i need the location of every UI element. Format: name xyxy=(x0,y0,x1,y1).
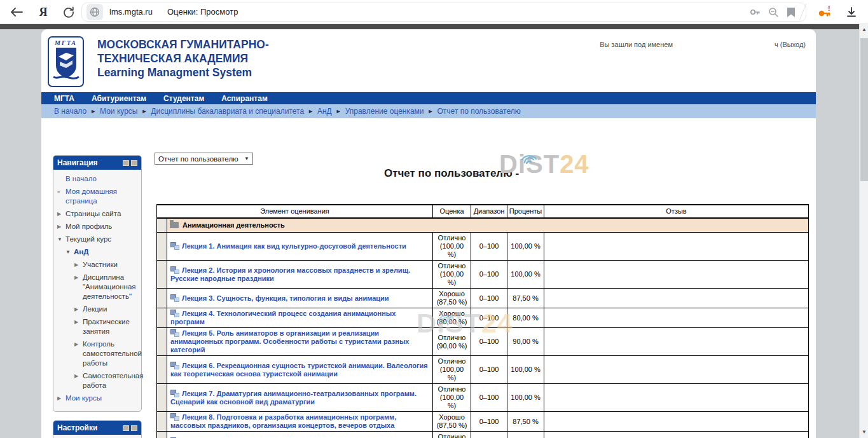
item-name-cell: Лекция 9. Игра как эффективная форма ани… xyxy=(167,432,433,438)
grade-row: Лекция 8. Подготовка и разработка анимац… xyxy=(157,412,809,432)
yandex-browser-icon[interactable]: Я xyxy=(36,4,51,20)
scroll-up-icon[interactable]: ▲ xyxy=(860,25,868,34)
breadcrumb: В начало►Мои курсы►Дисциплины бакалавриа… xyxy=(41,104,816,118)
feedback-cell xyxy=(544,432,809,438)
sidebar-item-label: Мой профиль xyxy=(65,222,139,231)
grade-cell: Отлично(100,00 %) xyxy=(433,356,471,384)
item-name-cell: Лекция 1. Анимация как вид культурно-дос… xyxy=(167,233,433,261)
bookmark-icon[interactable] xyxy=(784,5,798,19)
percent-cell: 87,50 % xyxy=(507,289,544,308)
indent-cell xyxy=(157,432,167,438)
category-label: Анимационная деятельность xyxy=(183,221,285,229)
main-nav-item[interactable]: Аспирантам xyxy=(221,94,268,103)
lesson-icon xyxy=(170,266,179,274)
sidebar-item-discipline[interactable]: ▶Дисциплина "Анимационная деятельность" xyxy=(57,273,139,301)
sidebar-item-participants[interactable]: ▶Участники xyxy=(57,260,139,270)
password-key-icon[interactable] xyxy=(748,5,762,19)
percent-cell: 100,00 % xyxy=(507,233,544,261)
sidebar-item-site-pages[interactable]: ▶Страницы сайта xyxy=(57,209,139,219)
grade-percent-text: (87,50 %) xyxy=(436,298,468,306)
report-type-select[interactable]: Отчет по пользователю ▼ xyxy=(155,153,253,165)
login-info: Вы зашли под именемч (Выход) xyxy=(600,41,806,48)
back-button[interactable] xyxy=(9,4,24,20)
expand-icon: ▶ xyxy=(74,339,83,349)
grade-item-link[interactable]: Лекция 8. Подготовка и разработка анимац… xyxy=(170,413,396,429)
svg-text:!: ! xyxy=(828,6,830,12)
grade-row: Лекция 1. Анимация как вид культурно-дос… xyxy=(157,233,809,261)
breadcrumb-link[interactable]: АнД xyxy=(317,107,332,116)
sidebar-item-my-profile[interactable]: ▶Мой профиль xyxy=(57,222,139,231)
breadcrumb-link[interactable]: Дисциплины бакалавриата и специалитета xyxy=(151,107,304,116)
collapse-icon: ▼ xyxy=(57,235,65,244)
grade-row: Лекция 9. Игра как эффективная форма ани… xyxy=(157,432,809,438)
scroll-down-icon[interactable]: ▼ xyxy=(860,428,868,437)
find-on-page-icon[interactable] xyxy=(766,5,780,19)
sidebar-item-home[interactable]: В начало xyxy=(57,174,139,184)
feedback-cell xyxy=(544,384,809,412)
grade-item-link[interactable]: Лекция 6. Рекреационная сущность туристс… xyxy=(170,362,428,378)
breadcrumb-link[interactable]: В начало xyxy=(54,107,86,116)
hide-block-icon[interactable] xyxy=(123,160,129,166)
folder-icon xyxy=(170,222,179,228)
breadcrumb-link[interactable]: Отчет по пользователю xyxy=(437,107,521,116)
range-cell: 0–100 xyxy=(471,261,507,289)
logout-link[interactable]: ч (Выход) xyxy=(775,41,806,48)
vertical-scrollbar[interactable]: ▲ ▼ xyxy=(859,24,868,438)
reload-button[interactable] xyxy=(61,4,76,20)
grade-item-link[interactable]: Лекция 5. Роль аниматоров в организации … xyxy=(170,329,410,353)
table-header-row: Элемент оцениванияОценкаДиапазонПроценты… xyxy=(157,205,809,218)
sidebar-item-my-home[interactable]: ■Моя домашняя страница xyxy=(57,187,139,206)
sidebar-item-current-course[interactable]: ▼Текущий курс xyxy=(57,235,139,244)
breadcrumb-link[interactable]: Мои курсы xyxy=(100,107,137,116)
main-nav-item[interactable]: Студентам xyxy=(163,94,204,103)
item-name-cell: Лекция 8. Подготовка и разработка анимац… xyxy=(167,412,433,432)
breadcrumb-link[interactable]: Управление оценками xyxy=(345,107,424,116)
password-alert-icon[interactable]: ! xyxy=(817,5,831,19)
sidebar-item-practical[interactable]: ▶Практические занятия xyxy=(57,317,139,336)
sidebar-item-and-course[interactable]: ▼АнД xyxy=(57,247,139,257)
grade-row: Лекция 3. Сущность, функция, типология и… xyxy=(157,289,809,308)
grade-item-link[interactable]: Лекция 1. Анимация как вид культурно-дос… xyxy=(182,242,406,250)
sidebar-item-self-work[interactable]: ▶Самостоятельная работа xyxy=(57,371,139,390)
grade-text: Отлично xyxy=(436,234,468,242)
expand-icon: ▶ xyxy=(74,260,83,270)
sidebar-item-self-control[interactable]: ▶Контроль самостоятельной работы xyxy=(57,339,139,368)
indent-cell xyxy=(157,328,167,356)
range-cell: 0–100 xyxy=(471,412,507,432)
academy-logo: МГТА xyxy=(48,36,84,87)
grade-item-link[interactable]: Лекция 3. Сущность, функция, типология и… xyxy=(182,294,389,302)
scrollbar-thumb[interactable] xyxy=(860,38,868,181)
expand-icon: ▶ xyxy=(74,371,83,381)
dock-block-icon[interactable] xyxy=(131,160,137,166)
url-text[interactable]: lms.mgta.ru xyxy=(109,7,153,17)
range-cell: 0–100 xyxy=(471,289,507,308)
grade-item-link[interactable]: Лекция 4. Технологический процесс создан… xyxy=(170,310,396,325)
grade-text: Отлично xyxy=(436,334,468,342)
expand-icon: ▶ xyxy=(74,317,83,327)
item-name-cell: Лекция 2. История и хронология массовых … xyxy=(167,261,433,289)
indent-cell xyxy=(157,218,167,233)
page-top-strip xyxy=(0,24,859,29)
grade-item-link[interactable]: Лекция 2. История и хронология массовых … xyxy=(170,266,410,282)
sidebar-item-label: Контроль самостоятельной работы xyxy=(83,339,142,368)
feedback-cell xyxy=(544,412,809,432)
main-nav-item[interactable]: Абитуриентам xyxy=(92,94,146,103)
sidebar-item-my-courses[interactable]: ▶Мои курсы xyxy=(57,394,139,403)
dock-block-icon[interactable] xyxy=(131,425,137,431)
settings-block-title: Настройки xyxy=(57,423,121,432)
hide-block-icon[interactable] xyxy=(123,425,129,431)
range-cell: 0–100 xyxy=(471,233,507,261)
range-cell: 0–100 xyxy=(471,432,507,438)
sidebar-item-lectures[interactable]: ▶Лекции xyxy=(57,305,139,314)
tab-title: Оценки: Просмотр xyxy=(167,7,238,17)
feedback-cell xyxy=(544,289,809,308)
download-icon[interactable] xyxy=(844,5,858,19)
main-nav-item[interactable]: МГТА xyxy=(54,94,74,103)
grade-text: Хорошо xyxy=(436,310,468,318)
expand-icon: ▶ xyxy=(57,209,65,219)
indent-cell xyxy=(157,412,167,432)
wifi-arcs-icon xyxy=(518,141,537,170)
grade-text: Отлично xyxy=(436,433,468,438)
grade-item-link[interactable]: Лекция 7. Драматургия анимационно-театра… xyxy=(170,390,417,406)
grade-cell: Отлично(100,00 %) xyxy=(433,261,471,289)
